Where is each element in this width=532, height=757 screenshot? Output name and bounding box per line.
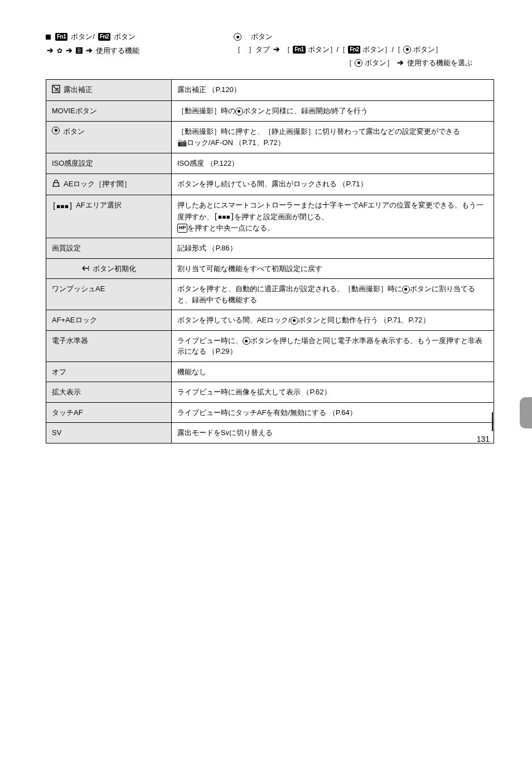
intro-sequence: ➔ ✿ ➔ 🅱 ➔ 使用する機能 <box>46 45 189 57</box>
row-label-text: AFエリア選択 <box>76 200 122 211</box>
hp-icon: HP <box>177 224 188 233</box>
intro-btn-text: ボタン］/［ <box>308 44 346 55</box>
arrow-icon: ➔ <box>397 57 404 69</box>
row-label-text: ISO感度設定 <box>52 159 93 167</box>
button-map-icon: 🅱 <box>76 46 83 56</box>
row-desc: ライブビュー時に画像を拡大して表示 （P.62） <box>171 382 494 403</box>
exposure-comp-icon <box>52 85 60 97</box>
table-row: 露出補正 露出補正 （P.120） <box>46 79 494 101</box>
row-desc: ボタンを押し続けている間、露出がロックされる （P.71） <box>171 173 494 195</box>
page-number: 131 <box>477 435 490 443</box>
row-label-text: タッチAF <box>52 408 83 417</box>
side-thumb-tab <box>520 397 532 428</box>
function-table: 露出補正 露出補正 （P.120） MOVIEボタン ［動画撮影］時のボタンと同… <box>46 79 494 443</box>
table-row: 画質設定 記録形式 （P.86） <box>46 238 494 259</box>
intro-func-text: 使用する機能を選ぶ <box>407 57 472 69</box>
row-label: ISO感度設定 <box>46 153 172 174</box>
table-row: ボタン ［動画撮影］時に押すと、［静止画撮影］に切り替わって露出などの設定変更が… <box>46 121 494 153</box>
svg-rect-1 <box>54 182 59 186</box>
row-label: 拡大表示 <box>46 382 172 403</box>
intro-bracket: ［ <box>283 44 291 55</box>
intro-btn-text: ボタン］ <box>365 57 394 69</box>
target-icon <box>52 127 60 134</box>
row-desc: ライブビュー時にタッチAFを有効/無効にする （P.64） <box>171 402 494 423</box>
target-icon <box>235 108 243 115</box>
arrow-icon: ➔ <box>273 44 280 56</box>
row-desc: ISO感度 （P.122） <box>171 153 494 174</box>
row-desc: 割り当て可能な機能をすべて初期設定に戻す <box>171 258 494 279</box>
bullet-square-icon <box>46 35 51 40</box>
row-desc: ライブビュー時に、ボタンを押した場合と同じ電子水準器を表示する。もう一度押すと非… <box>171 330 494 361</box>
row-label: 露出補正 <box>46 79 172 101</box>
fn1-icon: Fn1 <box>293 46 305 54</box>
row-label: 電子水準器 <box>46 330 172 361</box>
row-label: AF+AEロック <box>46 310 172 331</box>
target-icon <box>355 59 362 67</box>
row-label-text: 露出補正 <box>64 84 93 95</box>
intro-block: Fn1 ボタン/ Fn2 ボタン ➔ ✿ ➔ 🅱 ➔ 使用する機能 ボタン ［ … <box>46 31 494 69</box>
footer-divider <box>492 412 493 431</box>
row-label-text: オフ <box>52 368 66 376</box>
row-label-text: 拡大表示 <box>52 388 81 396</box>
row-desc: ボタンを押している間、AEロック/ボタンと同じ動作を行う （P.71、P.72） <box>171 310 494 331</box>
fn1-icon: Fn1 <box>55 33 67 41</box>
table-row: [▪▪▪] AFエリア選択 押したあとにスマートコントローラーまたは十字キーでA… <box>46 195 494 238</box>
table-row: AF+AEロック ボタンを押している間、AEロック/ボタンと同じ動作を行う （P… <box>46 310 494 331</box>
row-label-text: AF+AEロック <box>52 316 97 324</box>
intro-tab-text: ［ ］タブ <box>234 44 270 55</box>
row-label: オフ <box>46 361 172 382</box>
row-label: ボタン初期化 <box>46 258 172 279</box>
intro-slash: ボタン/ <box>71 31 95 42</box>
svg-point-2 <box>88 266 89 267</box>
row-label: 画質設定 <box>46 238 172 259</box>
intro-bracket: ［ <box>345 57 352 69</box>
table-row: タッチAF ライブビュー時にタッチAFを有効/無効にする （P.64） <box>46 402 494 423</box>
row-label-text: ボタン <box>63 126 85 137</box>
intro-right-line3: ［ ボタン］ ➔ 使用する機能を選ぶ <box>234 57 480 69</box>
gear-icon: ✿ <box>57 46 62 56</box>
row-label-text: AEロック［押す間］ <box>64 179 131 190</box>
table-row: 拡大表示 ライブビュー時に画像を拡大して表示 （P.62） <box>46 382 494 403</box>
arrow-icon: ➔ <box>47 45 54 57</box>
ae-lock-icon <box>52 179 60 191</box>
target-icon <box>234 33 241 41</box>
row-desc: 露出モードをSvに切り替える <box>171 423 494 443</box>
row-label-text: SV <box>52 428 61 437</box>
arrow-icon: ➔ <box>66 45 72 57</box>
intro-btn-text: ボタン］ <box>413 44 442 55</box>
row-label: SV <box>46 423 172 443</box>
row-label-text: 電子水準器 <box>52 336 88 345</box>
intro-right-line1: ボタン <box>234 31 480 42</box>
row-desc: 押したあとにスマートコントローラーまたは十字キーでAFエリアの位置を変更できる。… <box>171 195 494 238</box>
table-row: SV 露出モードをSvに切り替える <box>46 423 494 443</box>
row-label-text: ワンプッシュAE <box>52 285 105 293</box>
table-row: ISO感度設定 ISO感度 （P.122） <box>46 153 494 174</box>
af-area-icon: [▪▪▪] <box>214 211 234 223</box>
row-label: [▪▪▪] AFエリア選択 <box>46 195 172 238</box>
intro-seq-text: 使用する機能 <box>96 45 139 56</box>
row-desc: ボタンを押すと、自動的に適正露出が設定される。［動画撮影］時にボタンに割り当てる… <box>171 279 494 310</box>
row-label-text: MOVIEボタン <box>52 107 97 115</box>
target-icon <box>402 286 410 293</box>
target-icon <box>243 337 250 345</box>
target-icon <box>403 46 411 54</box>
row-label: ボタン <box>46 121 172 153</box>
fn2-icon: Fn2 <box>98 33 110 41</box>
table-row: ボタン初期化 割り当て可能な機能をすべて初期設定に戻す <box>46 258 494 279</box>
target-icon <box>291 317 298 325</box>
table-row: 電子水準器 ライブビュー時に、ボタンを押した場合と同じ電子水準器を表示する。もう… <box>46 330 494 361</box>
intro-right-line2: ［ ］タブ ➔ ［ Fn1 ボタン］/［ Fn2 ボタン］/［ ボタン］ <box>234 44 480 56</box>
intro-left: Fn1 ボタン/ Fn2 ボタン ➔ ✿ ➔ 🅱 ➔ 使用する機能 <box>46 31 189 69</box>
intro-btn-text: ボタン <box>114 31 136 42</box>
arrow-icon: ➔ <box>86 45 93 57</box>
row-label: AEロック［押す間］ <box>46 173 172 195</box>
row-desc: 記録形式 （P.86） <box>171 238 494 259</box>
table-row: MOVIEボタン ［動画撮影］時のボタンと同様に、録画開始/終了を行う <box>46 101 494 122</box>
table-row: オフ 機能なし <box>46 361 494 382</box>
table-row: AEロック［押す間］ ボタンを押し続けている間、露出がロックされる （P.71） <box>46 173 494 195</box>
row-label-text: 画質設定 <box>52 244 81 252</box>
reset-arrow-icon <box>81 265 90 272</box>
intro-right-l1: ボタン <box>244 31 273 42</box>
row-label-text: ボタン初期化 <box>93 263 136 274</box>
af-area-icon: [▪▪▪] <box>52 200 72 212</box>
